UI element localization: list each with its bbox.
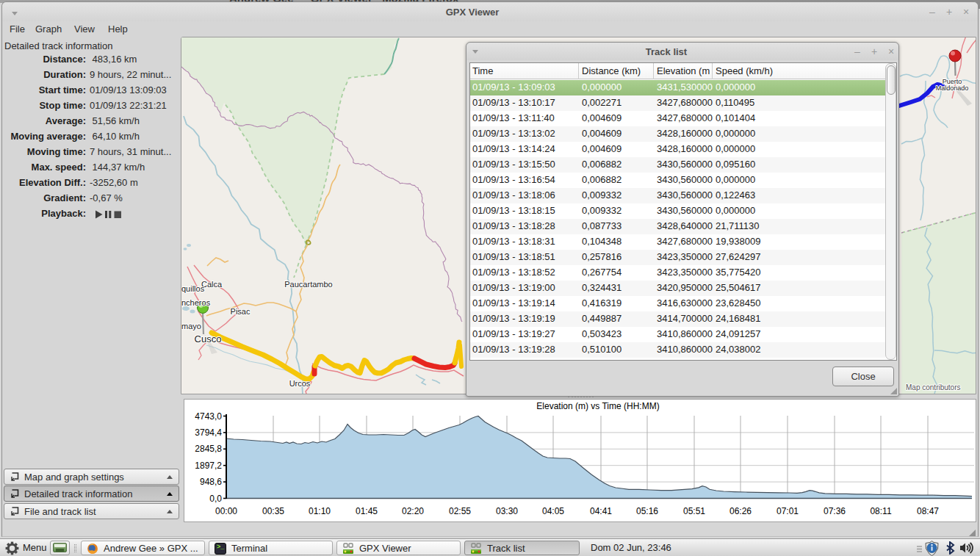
svg-text:07:01: 07:01 bbox=[777, 506, 799, 516]
svg-text:00:35: 00:35 bbox=[262, 506, 284, 516]
svg-text:02:20: 02:20 bbox=[402, 506, 424, 516]
svg-text:0,0: 0,0 bbox=[209, 494, 222, 504]
svg-text:2845,8: 2845,8 bbox=[195, 444, 222, 454]
svg-text:1897,2: 1897,2 bbox=[195, 461, 222, 471]
svg-text:08:47: 08:47 bbox=[917, 506, 939, 516]
svg-text:quillos: quillos bbox=[181, 284, 205, 293]
svg-text:Maldonado: Maldonado bbox=[936, 84, 969, 92]
svg-text:mayo: mayo bbox=[181, 322, 201, 331]
svg-text:Paucartambo: Paucartambo bbox=[284, 280, 332, 289]
svg-text:08:11: 08:11 bbox=[870, 506, 891, 516]
svg-text:00:00: 00:00 bbox=[215, 506, 237, 516]
svg-text:4743,0: 4743,0 bbox=[195, 411, 222, 422]
svg-text:05:16: 05:16 bbox=[636, 506, 658, 516]
svg-text:Urcos: Urcos bbox=[289, 379, 311, 388]
svg-text:948,6: 948,6 bbox=[200, 477, 222, 487]
svg-text:01:45: 01:45 bbox=[356, 506, 378, 516]
svg-text:Pisac: Pisac bbox=[231, 307, 251, 316]
svg-text:01:10: 01:10 bbox=[309, 506, 331, 516]
svg-text:Cusco: Cusco bbox=[195, 333, 222, 344]
svg-text:03:30: 03:30 bbox=[496, 506, 518, 516]
svg-text:04:41: 04:41 bbox=[590, 506, 612, 516]
svg-text:Elevation (m) vs Time (HH:MM): Elevation (m) vs Time (HH:MM) bbox=[536, 401, 659, 411]
svg-text:ncheros: ncheros bbox=[181, 298, 211, 307]
svg-text:04:05: 04:05 bbox=[542, 506, 564, 516]
svg-text:Calca: Calca bbox=[201, 280, 223, 289]
svg-text:Map contributors: Map contributors bbox=[906, 383, 960, 391]
svg-text:02:55: 02:55 bbox=[449, 506, 471, 516]
svg-text:07:36: 07:36 bbox=[824, 506, 846, 516]
svg-text:3794,4: 3794,4 bbox=[195, 427, 222, 438]
svg-text:06:26: 06:26 bbox=[729, 506, 752, 516]
svg-text:05:51: 05:51 bbox=[683, 506, 705, 516]
